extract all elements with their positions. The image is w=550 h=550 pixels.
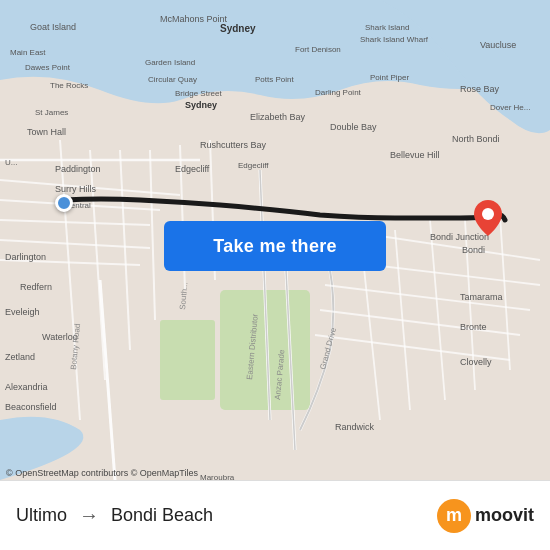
svg-rect-3 (160, 320, 215, 400)
bottom-bar: Ultimo → Bondi Beach m moovit (0, 480, 550, 550)
svg-text:Main East: Main East (10, 48, 46, 57)
route-info: Ultimo → Bondi Beach (16, 504, 213, 527)
origin-marker (55, 194, 73, 212)
svg-text:Maroubra: Maroubra (200, 473, 235, 480)
svg-text:Paddington: Paddington (55, 164, 101, 174)
svg-text:Zetland: Zetland (5, 352, 35, 362)
svg-text:Tamarama: Tamarama (460, 292, 503, 302)
moovit-logo: m moovit (437, 499, 534, 533)
svg-text:Shark Island Wharf: Shark Island Wharf (360, 35, 429, 44)
svg-text:Elizabeth Bay: Elizabeth Bay (250, 112, 306, 122)
svg-text:Alexandria: Alexandria (5, 382, 48, 392)
svg-text:St James: St James (35, 108, 68, 117)
svg-text:Point Piper: Point Piper (370, 73, 409, 82)
svg-text:Rushcutters Bay: Rushcutters Bay (200, 140, 267, 150)
svg-text:Beaconsfield: Beaconsfield (5, 402, 57, 412)
svg-text:North Bondi: North Bondi (452, 134, 500, 144)
svg-text:Darling Point: Darling Point (315, 88, 362, 97)
svg-text:Shark Island: Shark Island (365, 23, 409, 32)
destination-marker (474, 200, 502, 240)
svg-text:Surry Hills: Surry Hills (55, 184, 97, 194)
svg-text:Edgecliff: Edgecliff (238, 161, 269, 170)
svg-text:Clovelly: Clovelly (460, 357, 492, 367)
svg-text:Bondi: Bondi (462, 245, 485, 255)
svg-point-82 (482, 208, 494, 220)
to-label: Bondi Beach (111, 505, 213, 526)
from-label: Ultimo (16, 505, 67, 526)
svg-text:Sydney: Sydney (220, 23, 256, 34)
svg-text:McMahons Point: McMahons Point (160, 14, 228, 24)
svg-text:Goat Island: Goat Island (30, 22, 76, 32)
svg-text:Garden Island: Garden Island (145, 58, 195, 67)
svg-text:Dawes Point: Dawes Point (25, 63, 71, 72)
svg-text:Darlington: Darlington (5, 252, 46, 262)
svg-text:Fort Denison: Fort Denison (295, 45, 341, 54)
svg-text:Randwick: Randwick (335, 422, 375, 432)
arrow-icon: → (79, 504, 99, 527)
svg-text:Bronte: Bronte (460, 322, 487, 332)
svg-text:Edgecliff: Edgecliff (175, 164, 210, 174)
svg-text:U...: U... (5, 158, 17, 167)
svg-text:Circular Quay: Circular Quay (148, 75, 197, 84)
svg-text:Vaucluse: Vaucluse (480, 40, 516, 50)
svg-text:The Rocks: The Rocks (50, 81, 88, 90)
svg-text:Rose Bay: Rose Bay (460, 84, 500, 94)
copyright-text: © OpenStreetMap contributors © OpenMapTi… (6, 468, 198, 478)
svg-text:Eveleigh: Eveleigh (5, 307, 40, 317)
svg-text:Double Bay: Double Bay (330, 122, 377, 132)
map-container: Goat Island McMahons Point Sydney Fort D… (0, 0, 550, 480)
svg-text:Potts Point: Potts Point (255, 75, 294, 84)
svg-text:Town Hall: Town Hall (27, 127, 66, 137)
svg-text:Bellevue Hill: Bellevue Hill (390, 150, 440, 160)
take-me-there-button[interactable]: Take me there (164, 221, 386, 271)
moovit-text: moovit (475, 505, 534, 526)
svg-text:Sydney: Sydney (185, 100, 217, 110)
moovit-icon: m (437, 499, 471, 533)
svg-text:Redfern: Redfern (20, 282, 52, 292)
svg-text:Bridge Street: Bridge Street (175, 89, 222, 98)
svg-text:Dover He...: Dover He... (490, 103, 530, 112)
